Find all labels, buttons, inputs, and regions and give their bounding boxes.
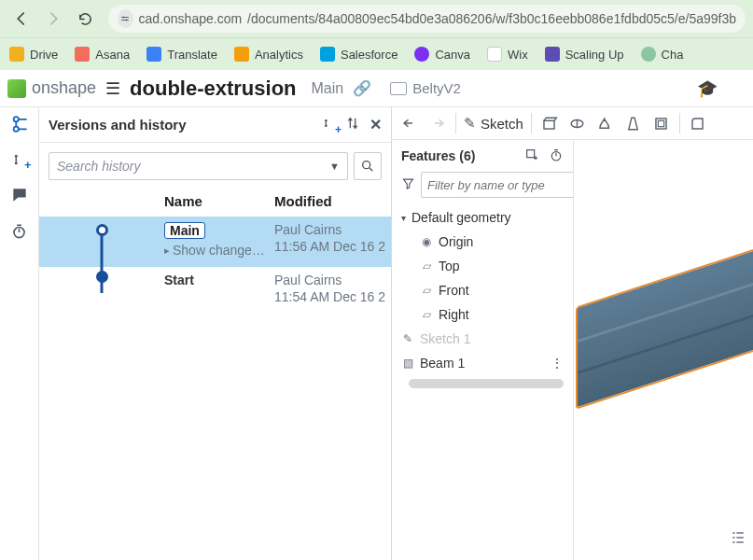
svg-point-4 [14,155,17,158]
url-path: /documents/84a00809ec54bd0e3a086206/w/f3… [247,11,736,26]
plane-icon: ▱ [420,259,433,273]
viewport-3d[interactable] [574,143,753,560]
col-modified: Modified [274,193,391,209]
svg-point-3 [13,127,18,132]
filter-icon[interactable] [401,176,415,193]
svg-rect-12 [656,119,666,129]
svg-rect-13 [659,120,664,126]
reload-icon [77,11,93,27]
salesforce-icon [320,47,335,62]
document-name[interactable]: double-extrusion [130,77,296,101]
svg-rect-10 [544,120,554,129]
bookmark-asana[interactable]: Asana [75,47,130,62]
loft-icon[interactable] [623,115,644,133]
folder-icon [390,82,407,95]
analytics-icon [234,47,249,62]
pencil-icon: ✎ [401,332,414,345]
canva-icon [414,47,429,62]
address-bar[interactable]: cad.onshape.com/documents/84a00809ec54bd… [108,5,746,33]
tree-plane-top[interactable]: ▱ Top [399,254,573,278]
tab-name[interactable]: Main [312,80,344,97]
onshape-cube-icon [7,79,26,98]
bookmark-drive[interactable]: Drive [9,47,58,62]
pencil-icon: ✎ [464,115,476,132]
back-button[interactable] [7,5,35,33]
bookmark-salesforce[interactable]: Salesforce [320,47,397,62]
extrude-icon[interactable] [539,115,560,133]
tree-default-geometry[interactable]: ▾ Default geometry [399,205,573,230]
insert-feature-icon[interactable] [524,147,539,165]
graph-node-icon [96,224,108,236]
thicken-icon[interactable] [651,115,672,133]
tree-beam-1[interactable]: ▧ Beam 1 ⋮ [399,351,573,375]
translate-icon [146,47,161,62]
menu-button[interactable]: ☰ [105,78,120,99]
version-name-start: Start [164,273,194,287]
versions-panel: Versions and history + ✕ Search history … [39,107,392,560]
close-versions-icon[interactable]: ✕ [370,116,382,134]
graduation-icon[interactable]: 🎓 [697,78,718,99]
tree-origin[interactable]: ◉ Origin [399,230,573,254]
wix-icon [487,47,502,62]
add-feature-icon[interactable]: + [8,148,31,171]
version-name-main: Main [164,222,205,239]
tree-plane-front[interactable]: ▱ Front [399,278,573,302]
rollback-bar-handle-icon[interactable]: ⋮ [551,356,564,371]
breadcrumb[interactable]: BeltyV2 [390,80,461,96]
chevron-down-icon: ▾ [401,213,406,223]
arrow-right-icon [45,10,62,27]
view-list-icon[interactable] [729,528,747,551]
plane-icon: ▱ [420,284,433,297]
versions-icon[interactable] [8,113,31,135]
filter-input[interactable] [421,172,574,198]
site-settings-icon[interactable] [118,9,133,28]
version-author: Paul Cairns [274,273,391,287]
svg-point-2 [13,117,18,121]
features-title: Features (6) [401,148,475,163]
left-sidebar: + [0,107,39,560]
version-time: 11:54 AM Dec 16 2 [274,289,391,304]
search-button[interactable] [354,152,382,180]
show-changes-button[interactable]: ▸Show change… [164,243,274,258]
svg-rect-14 [527,149,535,157]
sketch-button[interactable]: ✎ Sketch [464,115,523,132]
version-row-main[interactable]: Main ▸Show change… Paul Cairns 11:56 AM … [39,217,391,267]
version-row-start[interactable]: Start Paul Cairns 11:54 AM Dec 16 2 [39,267,391,317]
bookmark-scaling-up[interactable]: Scaling Up [545,47,624,62]
redo-button[interactable] [427,115,448,132]
undo-button[interactable] [399,115,420,132]
extrusion-model[interactable] [576,240,753,409]
fillet-icon[interactable] [688,115,708,133]
search-history-input[interactable]: Search history ▼ [49,152,348,180]
bookmark-wix[interactable]: Wix [487,47,528,62]
comments-icon[interactable] [8,184,31,206]
sweep-icon[interactable] [595,115,616,133]
forward-button[interactable] [39,5,67,33]
bookmark-cha[interactable]: Cha [641,47,684,62]
search-icon [360,159,375,174]
plane-icon: ▱ [420,308,433,321]
tree-sketch-1[interactable]: ✎ Sketch 1 [399,327,573,351]
svg-point-1 [126,20,128,21]
scaling-up-icon [545,47,560,62]
bookmark-analytics[interactable]: Analytics [234,47,303,62]
horizontal-scrollbar[interactable] [409,379,564,388]
version-author: Paul Cairns [274,222,391,237]
tree-plane-right[interactable]: ▱ Right [399,302,573,327]
bookmark-canva[interactable]: Canva [414,47,470,62]
reload-button[interactable] [71,5,99,33]
onshape-logo[interactable]: onshape [7,78,96,98]
stopwatch-icon[interactable] [8,219,31,242]
create-version-icon[interactable]: + [321,116,336,134]
rollback-icon[interactable] [549,147,564,165]
bookmarks-bar: Drive Asana Translate Analytics Salesfor… [0,38,753,70]
graph-node-filled-icon [96,271,108,283]
link-icon[interactable]: 🔗 [353,79,371,97]
compare-icon[interactable] [345,116,360,134]
url-host: cad.onshape.com [139,11,243,26]
bookmark-translate[interactable]: Translate [146,47,217,62]
search-dropdown-icon[interactable]: ▼ [329,161,340,172]
revolve-icon[interactable] [567,115,588,133]
svg-point-9 [363,161,370,169]
svg-point-5 [14,161,17,164]
